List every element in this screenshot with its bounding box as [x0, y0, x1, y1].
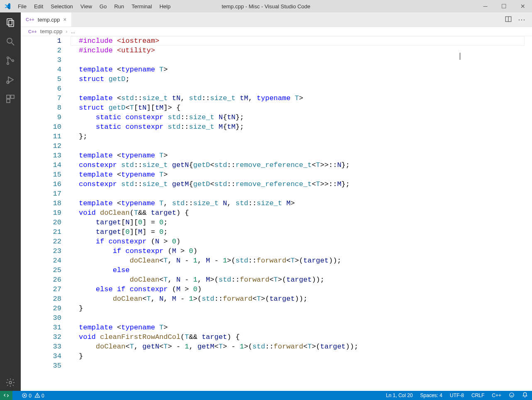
- menu-bar: File Edit Selection View Go Run Terminal…: [15, 2, 174, 11]
- window-close-icon[interactable]: ✕: [513, 0, 532, 12]
- status-problems[interactable]: 0 0: [22, 393, 44, 399]
- status-notifications-icon[interactable]: [522, 392, 528, 399]
- breadcrumb-lang-badge: C++: [28, 29, 37, 34]
- tab-close-icon[interactable]: ×: [63, 16, 66, 23]
- chevron-right-icon: ›: [66, 28, 67, 34]
- window-minimize-icon[interactable]: ─: [476, 0, 495, 12]
- status-eol[interactable]: CRLF: [471, 393, 484, 398]
- source-control-icon[interactable]: [5, 55, 16, 66]
- svg-point-4: [7, 57, 9, 59]
- svg-point-20: [37, 396, 37, 397]
- remote-indicator-icon[interactable]: [0, 391, 12, 400]
- split-editor-icon[interactable]: [505, 15, 512, 24]
- tab-lang-badge: C++: [26, 17, 34, 22]
- menu-edit[interactable]: Edit: [31, 2, 46, 11]
- status-indentation[interactable]: Spaces: 4: [420, 393, 442, 398]
- menu-go[interactable]: Go: [96, 2, 110, 11]
- breadcrumb-more: ...: [71, 28, 76, 34]
- run-debug-icon[interactable]: [5, 74, 16, 86]
- explorer-icon[interactable]: [5, 17, 16, 28]
- menu-file[interactable]: File: [15, 2, 30, 11]
- menu-terminal[interactable]: Terminal: [128, 2, 155, 11]
- menu-run[interactable]: Run: [111, 2, 127, 11]
- vscode-logo-icon: [0, 2, 15, 10]
- breadcrumb[interactable]: C++ temp.cpp › ...: [21, 27, 532, 36]
- menu-view[interactable]: View: [77, 2, 95, 11]
- code-editor[interactable]: 1234567891011121314151617181920212223242…: [21, 36, 532, 391]
- svg-point-21: [510, 393, 514, 397]
- svg-point-12: [9, 381, 12, 384]
- status-error-count: 0: [29, 393, 32, 399]
- svg-line-3: [12, 43, 14, 45]
- tab-temp-cpp[interactable]: C++ temp.cpp ×: [21, 12, 72, 27]
- svg-rect-10: [11, 95, 14, 98]
- text-cursor: [460, 53, 460, 60]
- status-warning-count: 0: [41, 393, 44, 399]
- titlebar: File Edit Selection View Go Run Terminal…: [0, 0, 532, 12]
- svg-point-5: [7, 63, 9, 64]
- svg-rect-11: [7, 99, 10, 103]
- status-feedback-icon[interactable]: [509, 392, 515, 399]
- svg-point-6: [12, 60, 14, 61]
- search-icon[interactable]: [5, 36, 16, 47]
- svg-point-8: [7, 81, 9, 83]
- settings-gear-icon[interactable]: [5, 379, 16, 391]
- menu-selection[interactable]: Selection: [47, 2, 76, 11]
- tab-filename: temp.cpp: [38, 17, 60, 23]
- editor-more-icon[interactable]: ⋯: [518, 15, 526, 24]
- svg-rect-1: [9, 20, 14, 27]
- activity-bar: [0, 12, 21, 391]
- line-number-gutter: 1234567891011121314151617181920212223242…: [21, 36, 71, 371]
- svg-rect-9: [7, 95, 10, 98]
- extensions-icon[interactable]: [5, 93, 16, 105]
- breadcrumb-filename: temp.cpp: [40, 28, 62, 34]
- menu-help[interactable]: Help: [156, 2, 174, 11]
- status-language-mode[interactable]: C++: [492, 393, 501, 398]
- window-maximize-icon[interactable]: ☐: [495, 0, 513, 12]
- svg-rect-0: [7, 19, 12, 25]
- status-encoding[interactable]: UTF-8: [450, 393, 464, 398]
- status-bar: 0 0 Ln 1, Col 20 Spaces: 4 UTF-8 CRLF C+…: [0, 391, 532, 400]
- code-content[interactable]: #include <iostream>#include <utility> te…: [79, 36, 524, 371]
- svg-point-2: [7, 38, 12, 43]
- status-cursor-position[interactable]: Ln 1, Col 20: [386, 393, 413, 398]
- editor-tabs: C++ temp.cpp × ⋯: [21, 12, 532, 27]
